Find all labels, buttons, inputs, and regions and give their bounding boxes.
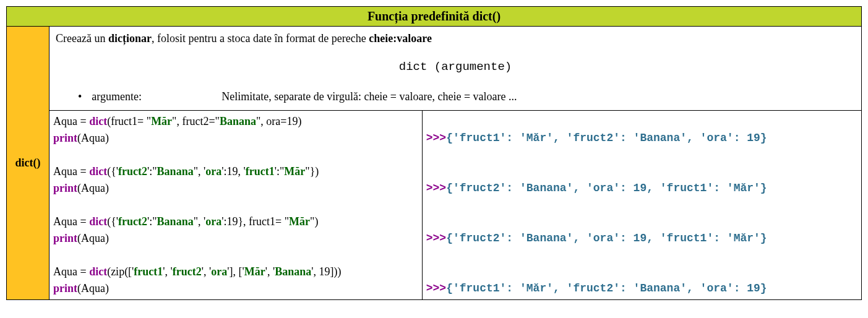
str: Măr [289, 215, 310, 228]
c: Aqua = [53, 115, 89, 127]
str: fruct2 [118, 215, 147, 228]
c: ':" [147, 215, 157, 228]
c: ', 19])) [311, 265, 341, 278]
str: Măr [284, 165, 305, 178]
kw-print: print [53, 132, 77, 144]
out-line: {'fruct1': 'Măr', 'fruct2': 'Banana', 'o… [446, 282, 767, 294]
bullet-row: • argumente: Nelimitate, separate de vir… [56, 87, 855, 106]
c: Aqua = [53, 165, 89, 178]
str: Banana [220, 115, 256, 127]
c: ", fruct2=" [172, 115, 220, 127]
desc-bold1: dicționar [108, 32, 152, 45]
c: ':19}, fruct1= " [221, 215, 289, 228]
str: ora [205, 165, 221, 178]
c: (Aqua) [77, 282, 109, 294]
kw-print: print [53, 232, 77, 244]
code-cell: Aqua = dict(fruct1= "Măr", fruct2="Banan… [49, 110, 423, 299]
str: Banana [157, 215, 194, 228]
c: ':" [275, 165, 285, 178]
desc-middle: , folosit pentru a stoca date în format … [152, 32, 369, 45]
desc-prefix: Creează un [56, 32, 108, 45]
c: (Aqua) [77, 232, 109, 244]
syntax-line: dict (argumente) [56, 47, 855, 87]
out-line: {'fruct1': 'Măr', 'fruct2': 'Banana', 'o… [446, 132, 767, 144]
c: ") [310, 215, 318, 228]
bullet-label: argumente: [92, 88, 221, 105]
out-line: {'fruct2': 'Banana', 'ora': 19, 'fruct1'… [446, 182, 767, 194]
str: fruct2 [118, 165, 147, 178]
c: ', ' [265, 265, 275, 278]
doc-table: Funcția predefinită dict() dict() Creeaz… [6, 6, 862, 300]
c: (fruct1= " [107, 115, 151, 127]
bullet-text: Nelimitate, separate de virgulă: cheie =… [221, 88, 517, 105]
c: Aqua = [53, 265, 89, 278]
c: ':19, ' [221, 165, 246, 178]
bullet-icon: • [78, 88, 92, 105]
side-label-cell: dict() [7, 27, 49, 300]
str: ora [211, 265, 227, 278]
str: Măr [151, 115, 172, 127]
header-title: Funcția predefinită dict() [367, 9, 501, 23]
c: ':" [147, 165, 157, 178]
c: (Aqua) [77, 182, 109, 194]
c: ', ' [202, 265, 212, 278]
str: fruct2 [173, 265, 202, 278]
prompt: >>> [426, 182, 446, 194]
c: ({' [107, 215, 118, 228]
description-line: Creează un dicționar, folosit pentru a s… [56, 30, 855, 47]
prompt: >>> [426, 232, 446, 244]
str: fruct1 [246, 165, 275, 178]
prompt: >>> [426, 282, 446, 294]
out-line: {'fruct2': 'Banana', 'ora': 19, 'fruct1'… [446, 232, 767, 244]
c: ', ' [163, 265, 173, 278]
prompt: >>> [426, 132, 446, 144]
str: ora [205, 215, 221, 228]
description-cell: Creează un dicționar, folosit pentru a s… [49, 27, 862, 111]
c: "}) [305, 165, 319, 178]
c: Aqua = [53, 215, 89, 228]
kw-print: print [53, 282, 77, 294]
str: fruct1 [134, 265, 163, 278]
c: (zip([' [107, 265, 134, 278]
kw-print: print [53, 182, 77, 194]
kw-dict: dict [89, 115, 107, 127]
c: ({' [107, 165, 118, 178]
c: (Aqua) [77, 132, 109, 144]
str: Banana [275, 265, 311, 278]
table-header: Funcția predefinită dict() [7, 7, 862, 27]
str: Banana [157, 165, 194, 178]
output-cell: >>>{'fruct1': 'Măr', 'fruct2': 'Banana',… [422, 110, 861, 299]
str: Măr [244, 265, 265, 278]
side-label: dict() [15, 157, 41, 169]
c: ", ' [194, 215, 206, 228]
kw-dict: dict [89, 215, 107, 228]
kw-dict: dict [89, 165, 107, 178]
c: ", ora=19) [256, 115, 301, 127]
kw-dict: dict [89, 265, 107, 278]
desc-bold2: cheie:valoare [369, 32, 432, 45]
c: '], [' [227, 265, 244, 278]
c: ", ' [194, 165, 206, 178]
